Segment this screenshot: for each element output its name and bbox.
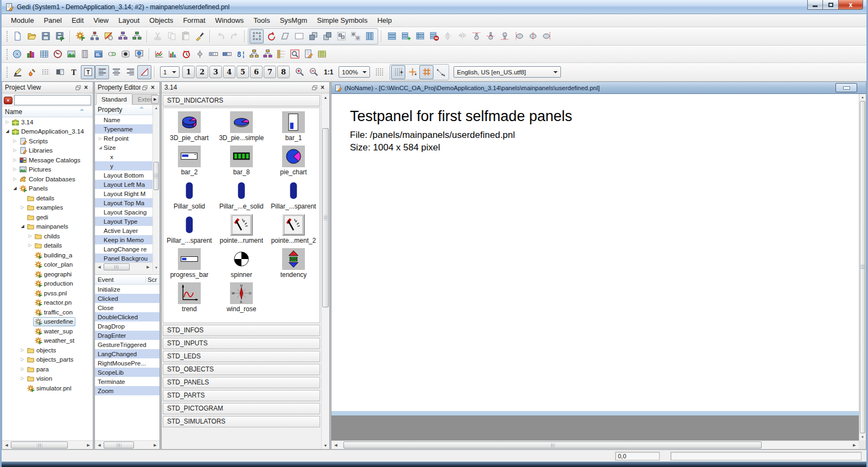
restore-button[interactable] (823, 0, 839, 10)
tree-item[interactable]: ▷examples (2, 203, 93, 213)
clip-left-button[interactable] (512, 29, 526, 43)
property-row[interactable]: Name (95, 115, 152, 124)
anchor-top-button[interactable] (469, 29, 483, 43)
dots-grid-button[interactable] (372, 65, 386, 79)
tree-yellow-button[interactable] (247, 47, 261, 61)
layer-7-button[interactable]: 7 (264, 66, 276, 78)
tree-item[interactable]: traffic_con (2, 307, 93, 317)
layer-select[interactable]: 1 (160, 66, 180, 78)
progress-1-button[interactable] (207, 47, 220, 61)
property-row[interactable]: Panel Backgrou (95, 254, 152, 262)
align-left-button[interactable] (95, 65, 109, 79)
zoom-out-button[interactable] (307, 65, 321, 79)
text-box-button[interactable]: T (81, 65, 95, 79)
catalog-item[interactable]: trend (163, 282, 215, 317)
tree-item[interactable]: simulator.pnl (2, 383, 93, 393)
property-row[interactable]: Layout Top Ma (95, 198, 152, 207)
expander-icon[interactable]: ▷ (20, 348, 25, 353)
event-row[interactable]: LangChanged (95, 349, 159, 358)
raise-button[interactable] (306, 29, 320, 43)
tree-item[interactable]: details (2, 193, 93, 203)
browser-button[interactable] (132, 47, 146, 61)
scroll-up-icon[interactable]: ▲ (859, 94, 866, 100)
rows-3-button[interactable] (385, 29, 399, 43)
catalog-item[interactable]: Pillar_...e_solid (215, 180, 267, 214)
event-hscrollbar[interactable]: ◀ ▶ (95, 440, 159, 449)
property-row[interactable]: ▷Ref.point (95, 134, 152, 143)
menu-objects[interactable]: Objects (144, 15, 178, 26)
event-row[interactable]: Close (95, 303, 159, 312)
menu-tools[interactable]: Tools (248, 15, 275, 26)
name-column-header[interactable]: Name (2, 107, 93, 117)
tree-item[interactable]: pvss.pnl (2, 288, 93, 298)
layer-3-button[interactable]: 3 (209, 66, 222, 78)
catalog-item[interactable]: bar_1 (267, 111, 320, 146)
grid-stop-button[interactable] (427, 29, 441, 43)
cross-orange-button[interactable] (405, 65, 419, 79)
menu-windows[interactable]: Windows (210, 15, 249, 26)
slider-vertical-button[interactable] (193, 47, 207, 61)
property-row[interactable]: Typename (95, 124, 152, 134)
tab-standard[interactable]: Standard (96, 93, 132, 105)
project-settings-button[interactable] (73, 29, 87, 43)
catalog-item[interactable]: Pillar_...sparent (267, 180, 320, 214)
align-right-button[interactable] (123, 65, 137, 79)
tree-item[interactable]: ▷Color Databases (2, 174, 93, 184)
flame-brush-button[interactable] (24, 65, 39, 79)
catalog-item[interactable]: tendency (267, 248, 320, 282)
zoom-in-button[interactable] (292, 65, 307, 79)
script-editor-button[interactable] (302, 47, 315, 61)
panel-settings-button[interactable] (101, 29, 116, 43)
expander-icon[interactable]: ▷ (12, 157, 18, 163)
canvas-hscrollbar[interactable]: ◀ ▶ (331, 440, 859, 449)
scroll-down-icon[interactable]: ▼ (153, 264, 159, 271)
line-tool-button[interactable] (137, 65, 151, 79)
chart-3d-button[interactable] (24, 47, 37, 61)
property-row[interactable]: Active Layer (95, 226, 152, 235)
catalog-item[interactable]: Pillar_solid (163, 180, 215, 214)
gauge-clock-button[interactable] (51, 47, 65, 61)
cut-button[interactable] (150, 29, 164, 43)
anchor-middle-button[interactable] (483, 29, 497, 43)
columns-3-button[interactable] (362, 29, 376, 43)
tree-item[interactable]: gedi (2, 212, 93, 222)
menu-view[interactable]: View (88, 15, 113, 26)
float-dock-icon[interactable] (141, 84, 149, 91)
section-std-indicators[interactable]: STD_INDICATORS (163, 95, 320, 106)
catalog-item[interactable]: 3D_pie_chart (163, 111, 215, 146)
property-vscrollbar[interactable]: ▲ ▼ (152, 105, 159, 271)
catalog-item[interactable]: spinner (215, 248, 267, 282)
section-std-panels[interactable]: STD_PANELS (163, 377, 320, 388)
tree-item[interactable]: color_plan (2, 260, 93, 270)
property-hscrollbar[interactable]: ◀ ▶ (95, 262, 152, 271)
bar-graph-button[interactable] (166, 47, 180, 61)
scroll-right-icon[interactable]: ▶ (151, 441, 159, 449)
table-yellow-button[interactable] (315, 47, 329, 61)
film-strip-button[interactable] (78, 47, 92, 61)
digital-number-button[interactable]: 8¦ (234, 47, 247, 61)
clip-center-button[interactable] (526, 29, 540, 43)
scroll-up-icon[interactable]: ▲ (322, 93, 329, 101)
text-button[interactable]: T (67, 65, 81, 79)
line-style-button[interactable] (39, 65, 53, 79)
close-dock-icon[interactable]: × (82, 84, 90, 91)
toggle-green-button[interactable] (105, 47, 119, 61)
pen-button[interactable] (10, 65, 24, 79)
catalog-item[interactable]: pointe...ment_2 (267, 214, 320, 248)
fill-pattern-button[interactable] (53, 65, 67, 79)
tree-item[interactable]: ▷Message Catalogs (2, 155, 93, 165)
tree-item[interactable]: ▷Scripts (2, 136, 93, 146)
event-row[interactable]: RightMousePre... (95, 358, 159, 368)
shear-button[interactable] (278, 29, 292, 43)
save-as-button[interactable] (53, 29, 67, 43)
tree-item[interactable]: ◢DemoApplication_3.14 (2, 127, 93, 137)
scroll-track[interactable] (104, 263, 144, 271)
scroll-right-icon[interactable]: ▶ (84, 441, 93, 449)
new-file-button[interactable] (10, 29, 24, 43)
scroll-right-icon[interactable]: ▶ (144, 263, 152, 271)
radar-button[interactable] (10, 47, 24, 61)
canvas-vscrollbar[interactable]: ▲ ▼ (859, 94, 866, 440)
menu-sysmgm[interactable]: SysMgm (275, 15, 312, 26)
expander-icon[interactable]: ▷ (12, 176, 18, 182)
tree-item[interactable]: ◢Panels (2, 184, 93, 194)
